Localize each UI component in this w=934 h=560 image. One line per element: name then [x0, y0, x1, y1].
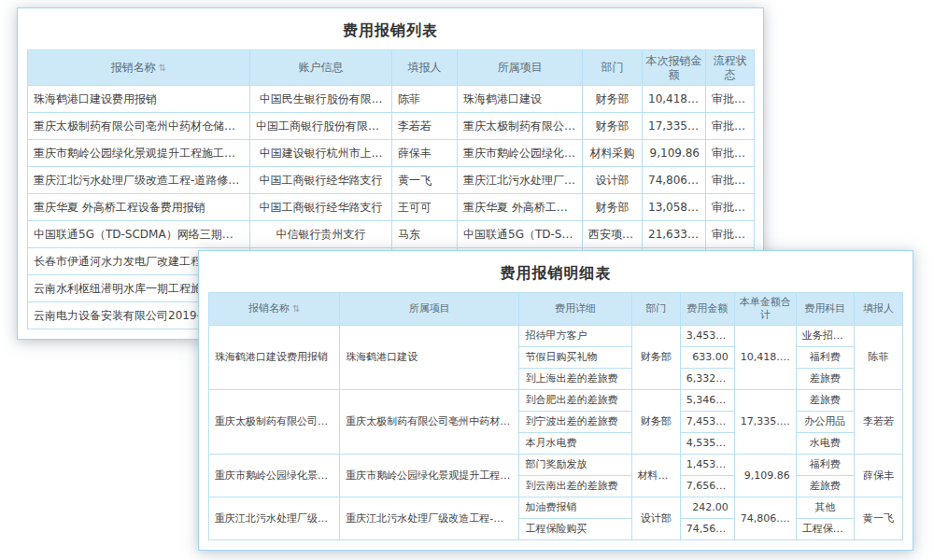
status-link[interactable]: 审批通过 — [706, 86, 755, 113]
expense-detail-cell: 部门奖励发放 — [519, 454, 631, 475]
expense-amount-cell: 7,656.86 — [680, 475, 734, 497]
column-header-name[interactable]: 报销名称⇅ — [28, 50, 250, 86]
status-link[interactable]: 审批通过 — [706, 194, 755, 221]
reimbursement-name-link[interactable]: 重庆江北污水处理厂级改造工程-道路修复工程费用报销 — [209, 497, 340, 539]
reimbursement-name-link[interactable]: 重庆市鹅岭公园绿化景观提升工程施工费用报销 — [28, 140, 250, 167]
total-amount-cell: 9,109.86 — [734, 454, 796, 497]
amount-cell: 17,335.35 — [643, 113, 706, 140]
department-cell: 财务部 — [583, 86, 643, 113]
filler-link[interactable]: 黄一飞 — [854, 497, 902, 539]
table-row: 珠海鹤港口建设费用报销 珠海鹤港口建设 招待甲方客户 财务部 3,453.60 … — [209, 325, 903, 346]
reimbursement-name-link[interactable]: 珠海鹤港口建设费用报销 — [28, 86, 250, 113]
column-header-project: 所属项目 — [340, 293, 519, 326]
expense-detail-panel: 费用报销明细表 报销名称⇅ 所属项目 费用详细 部门 费用金额 本单金额合计 费… — [198, 250, 913, 551]
category-cell: 福利费 — [796, 346, 854, 368]
category-cell: 差旅费 — [796, 368, 854, 389]
amount-cell: 21,633.00 — [643, 221, 706, 248]
project-link[interactable]: 珠海鹤港口建设 — [458, 86, 583, 113]
expense-detail-cell: 招待甲方客户 — [519, 325, 631, 346]
filler-link[interactable]: 薛保丰 — [392, 140, 458, 167]
expense-amount-cell: 633.00 — [680, 346, 734, 368]
column-header-category: 费用科目 — [796, 293, 854, 326]
column-header-department: 部门 — [631, 293, 680, 326]
total-amount-cell: 17,335.35 — [734, 389, 796, 454]
department-cell: 财务部 — [631, 389, 680, 454]
expense-amount-cell: 1,453.00 — [680, 454, 734, 475]
project-link[interactable]: 中国联通5G（TD-SCDMA）网... — [458, 221, 583, 248]
status-link[interactable]: 审批通过 — [706, 113, 755, 140]
project-link[interactable]: 重庆华夏 外高桥工程设备 — [458, 194, 583, 221]
account-cell: 中国建设银行杭州市上... — [250, 140, 392, 167]
table-row: 重庆华夏 外高桥工程设备费用报销 中国工商银行经华路支行 王可可 重庆华夏 外高… — [28, 194, 755, 221]
column-header-status: 流程状态 — [706, 50, 755, 86]
column-header-account: 账户信息 — [250, 50, 392, 86]
sort-icon[interactable]: ⇅ — [159, 63, 166, 73]
department-cell: 财务部 — [631, 325, 680, 389]
column-header-label: 报销名称 — [248, 302, 290, 315]
department-cell: 设计部 — [631, 497, 680, 539]
project-link[interactable]: 重庆江北污水处理厂级改造工程-道路修复工程 — [340, 497, 519, 539]
reimbursement-name-link[interactable]: 重庆华夏 外高桥工程设备费用报销 — [28, 194, 250, 221]
project-link[interactable]: 重庆市鹅岭公园绿化景观提升... — [458, 140, 583, 167]
filler-link[interactable]: 马东 — [392, 221, 458, 248]
expense-detail-cell: 加油费报销 — [519, 497, 631, 518]
category-cell: 水电费 — [796, 432, 854, 454]
status-link[interactable]: 审批通过 — [706, 167, 755, 194]
reimbursement-name-link[interactable]: 重庆太极制药有限公司亳州中药材仓储物流基地项目费用报销 — [28, 113, 250, 140]
column-header-total-amount: 本单金额合计 — [734, 293, 796, 326]
table-row: 重庆市鹅岭公园绿化景观提升工程施工费用报销 中国建设银行杭州市上... 薛保丰 … — [28, 140, 755, 167]
page-title: 费用报销列表 — [27, 14, 754, 49]
status-link[interactable]: 审批通过 — [706, 140, 755, 167]
reimbursement-name-link[interactable]: 重庆江北污水处理厂级改造工程-道路修复工程费用报销 — [28, 167, 250, 194]
category-cell: 业务招待费 — [796, 325, 854, 346]
reimbursement-name-link[interactable]: 中国联通5G（TD-SCDMA）网络三期四川工程费用报销 — [28, 221, 250, 248]
reimbursement-name-link[interactable]: 珠海鹤港口建设费用报销 — [209, 325, 340, 389]
total-amount-cell: 74,806.00 — [734, 497, 796, 539]
expense-detail-table: 报销名称⇅ 所属项目 费用详细 部门 费用金额 本单金额合计 费用科目 填报人 … — [208, 292, 903, 540]
amount-cell: 10,418.60 — [643, 86, 706, 113]
filler-link[interactable]: 王可可 — [392, 194, 458, 221]
expense-detail-cell: 到云南出差的差旅费 — [519, 475, 631, 497]
filler-link[interactable]: 陈菲 — [392, 86, 458, 113]
column-header-expense-amount: 费用金额 — [680, 293, 734, 326]
table-row: 重庆市鹅岭公园绿化景观提升工程施工费用报销 重庆市鹅岭公园绿化景观提升工程施工 … — [209, 454, 903, 475]
category-cell: 工程保险费 — [796, 518, 854, 539]
filler-link[interactable]: 陈菲 — [854, 325, 902, 389]
table-row: 珠海鹤港口建设费用报销 中国民生银行股份有限... 陈菲 珠海鹤港口建设 财务部… — [28, 86, 755, 113]
project-link[interactable]: 重庆江北污水处理厂级改造工... — [458, 167, 583, 194]
account-cell: 中信银行贵州支行 — [250, 221, 392, 248]
table-header-row: 报销名称⇅ 账户信息 填报人 所属项目 部门 本次报销金额 流程状态 — [28, 50, 755, 86]
department-cell: 西安项目部 — [583, 221, 643, 248]
project-link[interactable]: 珠海鹤港口建设 — [340, 325, 519, 389]
column-header-name[interactable]: 报销名称⇅ — [209, 293, 340, 326]
filler-link[interactable]: 黄一飞 — [392, 167, 458, 194]
category-cell: 福利费 — [796, 454, 854, 475]
project-link[interactable]: 重庆太极制药有限公司亳州中药材仓储物流基地 — [340, 389, 519, 454]
department-cell: 财务部 — [583, 194, 643, 221]
expense-detail-cell: 到宁波出差的差旅费 — [519, 411, 631, 432]
amount-cell: 74,806.00 — [643, 167, 706, 194]
table-row: 重庆江北污水处理厂级改造工程-道路修复工程费用报销 重庆江北污水处理厂级改造工程… — [209, 497, 903, 518]
expense-amount-cell: 4,535.65 — [680, 432, 734, 454]
filler-link[interactable]: 李若若 — [854, 389, 902, 454]
column-header-project: 所属项目 — [458, 50, 583, 86]
status-link[interactable]: 审批通过 — [706, 221, 755, 248]
table-header-row: 报销名称⇅ 所属项目 费用详细 部门 费用金额 本单金额合计 费用科目 填报人 — [209, 293, 903, 326]
filler-link[interactable]: 薛保丰 — [854, 454, 902, 497]
expense-amount-cell: 242.00 — [680, 497, 734, 518]
department-cell: 材料采购 — [583, 140, 643, 167]
reimbursement-name-link[interactable]: 重庆太极制药有限公司亳州中药材仓储物流基地项目费用报销 — [209, 389, 340, 454]
column-header-label: 报销名称 — [111, 61, 156, 74]
filler-link[interactable]: 李若若 — [392, 113, 458, 140]
category-cell: 差旅费 — [796, 475, 854, 497]
project-link[interactable]: 重庆太极制药有限公司亳州中... — [458, 113, 583, 140]
column-header-amount: 本次报销金额 — [643, 50, 706, 86]
table-row: 重庆太极制药有限公司亳州中药材仓储物流基地项目费用报销 中国工商银行股份有限中.… — [28, 113, 755, 140]
reimbursement-name-link[interactable]: 重庆市鹅岭公园绿化景观提升工程施工费用报销 — [209, 454, 340, 497]
account-cell: 中国工商银行股份有限中... — [250, 113, 392, 140]
sort-icon[interactable]: ⇅ — [292, 303, 300, 314]
expense-amount-cell: 7,453.35 — [680, 411, 734, 432]
project-link[interactable]: 重庆市鹅岭公园绿化景观提升工程施工 — [340, 454, 519, 497]
expense-amount-cell: 6,332.00 — [680, 368, 734, 389]
expense-amount-cell: 74,564... — [680, 518, 734, 539]
